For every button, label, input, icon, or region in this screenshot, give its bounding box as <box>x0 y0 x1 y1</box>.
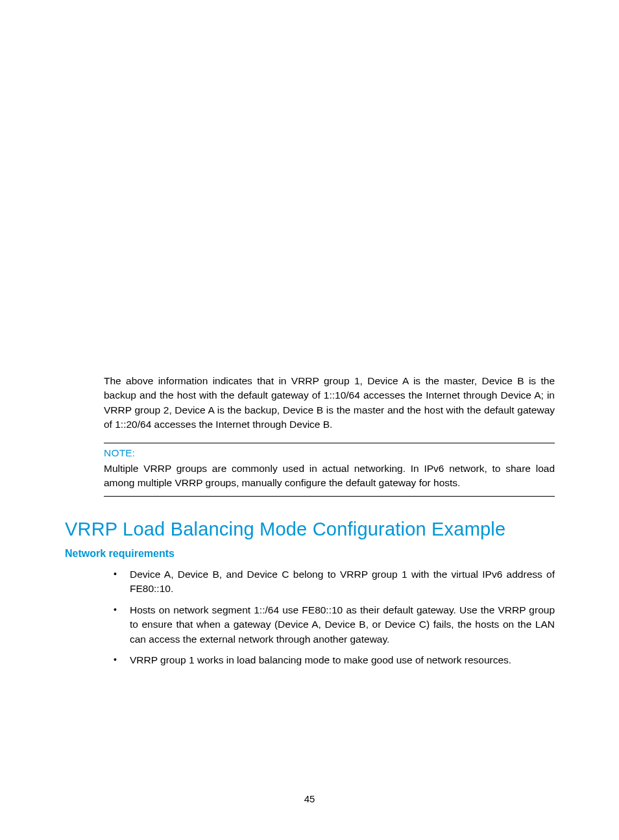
section-heading: VRRP Load Balancing Mode Configuration E… <box>65 519 555 540</box>
note-text: Multiple VRRP groups are commonly used i… <box>104 462 555 491</box>
note-label: NOTE: <box>104 447 555 459</box>
note-block: NOTE: Multiple VRRP groups are commonly … <box>104 443 555 497</box>
page-number: 45 <box>0 793 619 804</box>
list-item: VRRP group 1 works in load balancing mod… <box>65 653 555 667</box>
list-item: Hosts on network segment 1::/64 use FE80… <box>65 603 555 647</box>
subsection-heading: Network requirements <box>65 548 555 560</box>
bullet-list: Device A, Device B, and Device C belong … <box>65 567 555 668</box>
body-paragraph: The above information indicates that in … <box>65 374 555 432</box>
list-item: Device A, Device B, and Device C belong … <box>65 567 555 597</box>
